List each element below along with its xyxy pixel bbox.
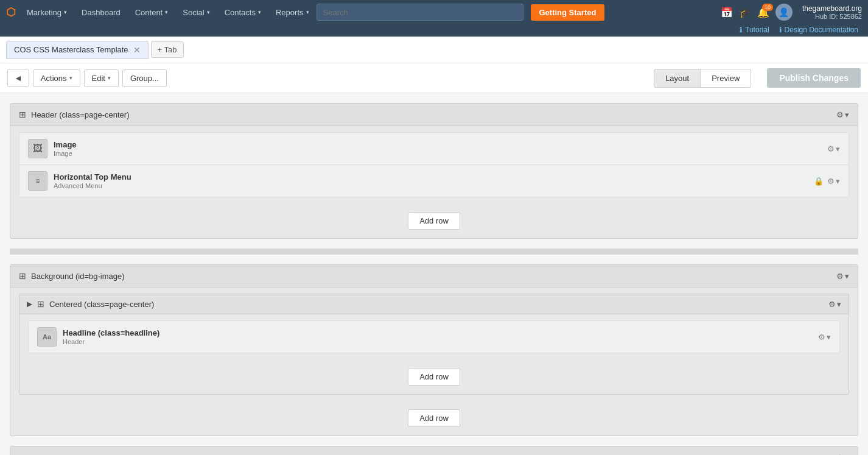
tab-bar: COS CSS Masterclass Template ✕ + Tab bbox=[0, 37, 868, 63]
header-gear-caret: ▾ bbox=[845, 110, 849, 119]
reports-caret: ▾ bbox=[306, 9, 309, 15]
actions-button[interactable]: Actions ▾ bbox=[33, 69, 80, 87]
nav-marketing[interactable]: Marketing ▾ bbox=[19, 0, 74, 24]
preview-button[interactable]: Preview bbox=[701, 69, 751, 88]
nav-contacts[interactable]: Contacts ▾ bbox=[217, 0, 268, 24]
nav-items: Marketing ▾ Dashboard Content ▾ Social ▾… bbox=[19, 0, 715, 24]
background-add-row-button[interactable]: Add row bbox=[408, 409, 460, 427]
image-gear-caret: ▾ bbox=[836, 144, 840, 153]
graduation-icon[interactable]: 🎓 bbox=[739, 7, 751, 18]
nav-social[interactable]: Social ▾ bbox=[175, 0, 217, 24]
notifications-icon[interactable]: 🔔 10 bbox=[757, 7, 769, 18]
edit-caret: ▾ bbox=[108, 75, 111, 81]
menu-gear-icon: ⚙ bbox=[827, 177, 835, 186]
header-rows: 🖼 Image Image ⚙ ▾ ≡ Horizontal Top Menu bbox=[19, 132, 849, 197]
centered-rows: Aa Headline (class=headline) Header ⚙ ▾ bbox=[28, 320, 840, 353]
background-section-gear[interactable]: ⚙ ▾ bbox=[836, 272, 849, 281]
search-input[interactable] bbox=[317, 4, 523, 21]
design-doc-icon: ℹ bbox=[779, 26, 782, 34]
menu-row-gear[interactable]: ⚙ ▾ bbox=[827, 177, 840, 186]
about-section-icon: ⊞ bbox=[19, 453, 26, 455]
back-button[interactable]: ◄ bbox=[7, 69, 29, 87]
centered-section-icon: ⊞ bbox=[37, 299, 44, 309]
header-section-gear[interactable]: ⚙ ▾ bbox=[836, 110, 849, 119]
social-caret: ▾ bbox=[207, 9, 210, 15]
header-gear-icon: ⚙ bbox=[836, 110, 844, 119]
about-gear-icon: ⚙ bbox=[836, 453, 844, 456]
user-info: thegameboard.org Hub ID: 525862 bbox=[802, 4, 862, 20]
tab-close-icon[interactable]: ✕ bbox=[133, 45, 141, 55]
main-content: ⊞ Header (class=page-center) ⚙ ▾ 🖼 Image… bbox=[0, 93, 868, 455]
about-gear-caret: ▾ bbox=[845, 453, 849, 456]
header-section-icon: ⊞ bbox=[19, 110, 26, 119]
getting-started-button[interactable]: Getting Started bbox=[531, 4, 605, 21]
notification-badge: 10 bbox=[762, 4, 773, 11]
calendar-icon[interactable]: 📅 bbox=[721, 7, 733, 18]
image-row-item[interactable]: 🖼 Image Image ⚙ ▾ bbox=[19, 133, 849, 165]
about-section: ⊞ About Section (id=about) ⚙ ▾ ⊞ Centere… bbox=[10, 446, 858, 455]
add-tab-button[interactable]: + Tab bbox=[151, 41, 184, 58]
lock-icon: 🔒 bbox=[814, 177, 824, 186]
group-button[interactable]: Group... bbox=[122, 69, 167, 87]
headline-row-gear[interactable]: ⚙ ▾ bbox=[818, 333, 831, 342]
menu-row-item[interactable]: ≡ Horizontal Top Menu Advanced Menu 🔒 ⚙ … bbox=[19, 165, 849, 197]
headline-row-icon: Aa bbox=[37, 327, 57, 347]
nav-reports[interactable]: Reports ▾ bbox=[268, 0, 317, 24]
image-row-icon: 🖼 bbox=[28, 139, 47, 158]
centered-gear-caret: ▾ bbox=[837, 300, 841, 309]
headline-row-item[interactable]: Aa Headline (class=headline) Header ⚙ ▾ bbox=[29, 321, 839, 353]
header-section-title: Header (class=page-center) bbox=[31, 110, 130, 119]
marketing-caret: ▾ bbox=[64, 9, 67, 15]
content-caret: ▾ bbox=[165, 9, 168, 15]
tutorial-icon: ℹ bbox=[740, 26, 743, 34]
centered-nested-header: ▶ ⊞ Centered (class=page-center) ⚙ ▾ bbox=[19, 294, 849, 314]
background-gear-icon: ⚙ bbox=[836, 272, 844, 281]
tutorial-link[interactable]: ℹ Tutorial bbox=[740, 26, 769, 34]
headline-gear-icon: ⚙ bbox=[818, 333, 825, 342]
nav-content[interactable]: Content ▾ bbox=[128, 0, 176, 24]
edit-button[interactable]: Edit ▾ bbox=[84, 69, 119, 87]
centered-add-row-button[interactable]: Add row bbox=[408, 368, 460, 386]
layout-button[interactable]: Layout bbox=[654, 69, 701, 88]
header-section-body: 🖼 Image Image ⚙ ▾ ≡ Horizontal Top Menu bbox=[10, 132, 858, 238]
expand-arrow-icon[interactable]: ▶ bbox=[27, 300, 32, 308]
design-documentation-link[interactable]: ℹ Design Documentation bbox=[779, 26, 858, 34]
image-gear-icon: ⚙ bbox=[827, 144, 835, 153]
links-row: ℹ Tutorial ℹ Design Documentation bbox=[0, 24, 868, 37]
centered-nested-section: ▶ ⊞ Centered (class=page-center) ⚙ ▾ Aa bbox=[19, 294, 849, 395]
menu-row-icon: ≡ bbox=[28, 171, 47, 191]
centered-add-row-container: Add row bbox=[19, 359, 849, 394]
publish-changes-button[interactable]: Publish Changes bbox=[767, 68, 861, 88]
background-section-body: ▶ ⊞ Centered (class=page-center) ⚙ ▾ Aa bbox=[10, 294, 858, 436]
back-icon: ◄ bbox=[14, 73, 23, 83]
about-section-header: ⊞ About Section (id=about) ⚙ ▾ bbox=[10, 446, 858, 455]
contacts-caret: ▾ bbox=[258, 9, 261, 15]
menu-row-text: Horizontal Top Menu Advanced Menu bbox=[54, 172, 814, 189]
background-gear-caret: ▾ bbox=[845, 272, 849, 281]
nav-dashboard[interactable]: Dashboard bbox=[74, 0, 128, 24]
image-row-gear[interactable]: ⚙ ▾ bbox=[827, 144, 840, 153]
avatar[interactable]: 👤 bbox=[775, 4, 793, 21]
image-row-text: Image Image bbox=[54, 140, 827, 157]
header-section: ⊞ Header (class=page-center) ⚙ ▾ 🖼 Image… bbox=[10, 103, 858, 239]
headline-row-text: Headline (class=headline) Header bbox=[63, 328, 818, 345]
background-add-row-container: Add row bbox=[10, 401, 858, 436]
tab-cos-css[interactable]: COS CSS Masterclass Template ✕ bbox=[6, 41, 149, 59]
about-section-gear[interactable]: ⚙ ▾ bbox=[836, 453, 849, 456]
centered-section-gear[interactable]: ⚙ ▾ bbox=[828, 300, 841, 309]
about-section-title: About Section (id=about) bbox=[31, 453, 118, 456]
header-section-header: ⊞ Header (class=page-center) ⚙ ▾ bbox=[10, 104, 858, 126]
background-section-title: Background (id=bg-image) bbox=[31, 272, 125, 281]
header-add-row-button[interactable]: Add row bbox=[408, 212, 460, 230]
headline-gear-caret: ▾ bbox=[827, 333, 831, 342]
hubspot-logo: ⬡ bbox=[6, 5, 16, 19]
actions-caret: ▾ bbox=[69, 75, 72, 81]
toolbar: ◄ Actions ▾ Edit ▾ Group... Layout Previ… bbox=[0, 63, 868, 93]
right-items: 📅 🎓 🔔 10 👤 thegameboard.org Hub ID: 5258… bbox=[721, 4, 862, 21]
top-nav: ⬡ Marketing ▾ Dashboard Content ▾ Social… bbox=[0, 0, 868, 24]
centered-section-title: Centered (class=page-center) bbox=[49, 300, 154, 309]
header-add-row-container: Add row bbox=[10, 203, 858, 238]
menu-gear-caret: ▾ bbox=[836, 177, 840, 186]
background-section: ⊞ Background (id=bg-image) ⚙ ▾ ▶ ⊞ Cente… bbox=[10, 264, 858, 436]
background-section-header: ⊞ Background (id=bg-image) ⚙ ▾ bbox=[10, 265, 858, 287]
